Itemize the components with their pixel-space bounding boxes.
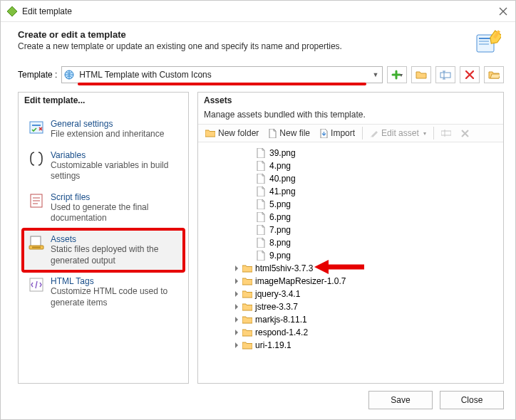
tree-file[interactable]: 5.png [201,198,500,211]
expand-icon[interactable] [234,342,242,348]
nav-item-icon [28,192,45,209]
nav-item-title: Assets [51,234,179,244]
toolbar-separator [362,127,363,140]
tree-file[interactable]: 7.png [201,224,500,236]
folder-icon [242,315,252,324]
expand-icon[interactable] [234,266,242,271]
tree-label: uri-1.19.1 [255,340,291,350]
nav-item-desc: Customize HTML code used to generate ite… [51,286,179,308]
assets-panel-desc: Manage assets bundled with this template… [198,110,503,124]
nav-item-variables[interactable]: VariablesCustomizable variables in build… [23,145,184,187]
import-button[interactable]: Import [316,126,359,140]
tree-file[interactable]: 8.png [201,236,500,249]
expand-icon[interactable] [234,278,242,284]
file-icon [257,187,267,196]
expand-icon[interactable] [234,291,242,297]
rename-button[interactable] [435,66,455,83]
edit-template-nav-panel: Edit template... General settingsFile ex… [18,92,189,384]
delete-asset-button [457,127,473,140]
tree-label: 39.png [269,148,296,158]
svg-rect-11 [30,122,43,133]
tree-label: respond-1.4.2 [255,327,308,337]
globe-icon [62,70,76,80]
tree-label: 40.png [269,174,296,184]
tree-folder[interactable]: jstree-3.3.7 [201,300,500,313]
edit-template-dialog: Edit template Create or edit a template … [0,0,516,420]
expand-icon[interactable] [234,317,242,322]
folder-icon [242,277,252,285]
tree-label: html5shiv-3.7.3 [255,263,313,273]
nav-item-title: Variables [51,150,179,160]
svg-rect-17 [31,236,41,246]
nav-item-icon [28,150,45,167]
file-icon [257,225,267,235]
dialog-footer: Save Close [1,384,515,419]
new-file-label: New file [279,128,310,138]
tree-file[interactable]: 9.png [201,249,500,262]
tree-folder[interactable]: jquery-3.4.1 [201,288,500,300]
tree-folder[interactable]: respond-1.4.2 [201,326,500,339]
tree-label: 41.png [269,187,296,196]
svg-rect-12 [32,125,41,126]
new-file-button[interactable]: New file [264,126,314,140]
svg-rect-19 [32,246,41,248]
assets-toolbar: New folder New file Import Edit asset ▾ [198,124,503,142]
toolbar-separator [433,127,434,140]
tree-folder[interactable]: uri-1.19.1 [201,339,500,352]
browse-folder-button[interactable] [484,66,504,83]
nav-item-desc: File extension and inheritance [51,129,164,140]
title-bar: Edit template [1,1,515,22]
expand-icon[interactable] [234,330,242,335]
folder-icon [242,328,252,337]
nav-item-icon [28,119,45,136]
app-icon [6,6,18,17]
add-template-button[interactable]: ▾ [387,66,407,83]
save-button[interactable]: Save [368,391,433,409]
close-button[interactable]: Close [440,391,504,409]
assets-tree[interactable]: 39.png4.png40.png41.png5.png6.png7.png8.… [198,142,503,383]
nav-panel-title: Edit template... [19,93,188,110]
folder-icon [242,290,252,298]
tree-label: jquery-3.4.1 [255,289,300,299]
close-icon[interactable] [497,5,510,18]
nav-item-general-settings[interactable]: General settingsFile extension and inher… [23,114,184,145]
svg-rect-4 [479,43,489,45]
tree-folder[interactable]: imageMapResizer-1.0.7 [201,275,500,288]
tree-label: 9.png [269,251,291,261]
tree-file[interactable]: 39.png [201,147,500,159]
tree-file[interactable]: 41.png [201,185,500,198]
expand-icon[interactable] [234,304,242,310]
tree-file[interactable]: 40.png [201,172,500,185]
svg-rect-3 [479,41,489,42]
template-select-value: HTML Template with Custom Icons [76,70,369,80]
tree-label: markjs-8.11.1 [255,315,307,325]
tree-label: 4.png [269,161,291,171]
svg-rect-2 [479,38,492,39]
tree-folder[interactable]: markjs-8.11.1 [201,313,500,326]
template-select[interactable]: HTML Template with Custom Icons ▼ [61,66,383,83]
new-folder-button[interactable]: New folder [201,126,263,140]
tree-file[interactable]: 4.png [201,159,500,172]
delete-template-button[interactable] [460,66,480,83]
edit-asset-label: Edit asset [381,128,419,138]
edit-asset-button: Edit asset ▾ [366,126,430,140]
nav-item-script-files[interactable]: Script filesUsed to generate the final d… [23,187,184,229]
folder-icon [242,303,252,311]
file-icon [257,148,267,158]
svg-marker-0 [7,6,17,16]
nav-item-html-tags[interactable]: HTML TagsCustomize HTML code used to gen… [23,271,184,313]
tree-file[interactable]: 6.png [201,211,500,224]
nav-item-title: General settings [51,119,164,129]
chevron-down-icon: ▼ [369,71,382,78]
tree-label: 8.png [269,238,291,248]
annotation-underline [78,83,366,85]
tree-label: 5.png [269,199,291,209]
tree-folder[interactable]: html5shiv-3.7.3 [201,262,500,275]
file-icon [257,174,267,184]
nav-item-title: HTML Tags [51,276,179,286]
folder-icon [242,341,252,350]
open-folder-button[interactable] [411,66,431,83]
nav-item-assets[interactable]: AssetsStatic files deployed with the gen… [23,229,184,271]
tree-label: imageMapResizer-1.0.7 [255,276,346,286]
svg-rect-7 [440,73,450,78]
